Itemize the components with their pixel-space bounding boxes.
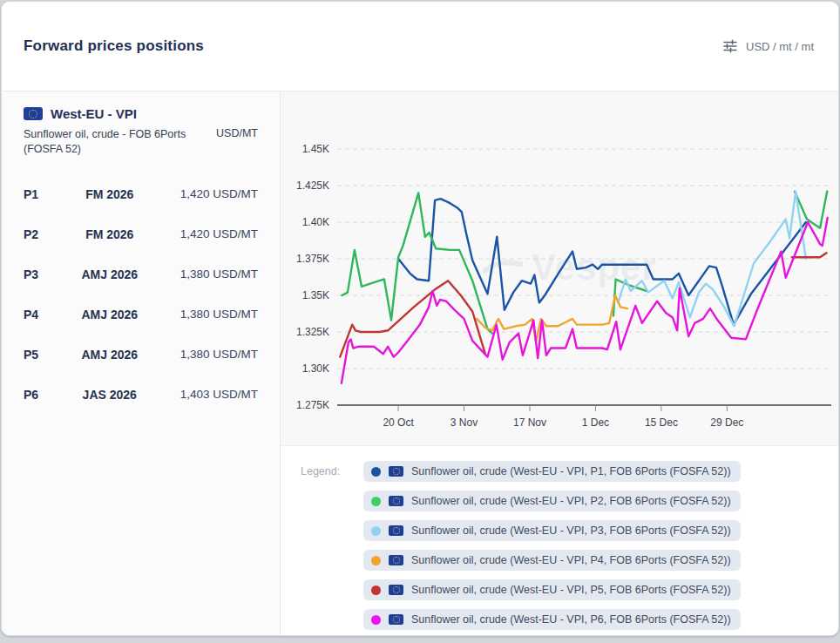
svg-text:1.40K: 1.40K	[302, 216, 329, 228]
svg-text:1.45K: 1.45K	[302, 143, 329, 155]
position-price: 1,420 USD/MT	[159, 227, 259, 240]
eu-flag-icon	[24, 107, 43, 120]
svg-text:1.35K: 1.35K	[302, 289, 329, 301]
series-color-dot	[371, 497, 381, 506]
position-period: AMJ 2026	[60, 348, 159, 362]
positions-sidebar: West-EU - VPI Sunflower oil, crude - FOB…	[2, 91, 281, 636]
price-line-chart: 1.45K1.425K1.40K1.375K1.35K1.325K1.30K1.…	[281, 91, 839, 446]
series-color-dot	[371, 615, 381, 625]
legend-area: Legend: Sunflower oil, crude (West-EU - …	[281, 446, 838, 636]
position-row-p4[interactable]: P4AMJ 20261,380 USD/MT	[2, 294, 280, 335]
legend-pill-p6[interactable]: Sunflower oil, crude (West-EU - VPI, P6,…	[363, 609, 741, 630]
legend-item-label: Sunflower oil, crude (West-EU - VPI, P4,…	[411, 554, 731, 566]
card-header: Forward prices positions USD / mt / mt	[2, 2, 838, 91]
eu-flag-icon	[389, 555, 403, 565]
unit-selector-label: USD / mt / mt	[746, 40, 814, 53]
legend-item-label: Sunflower oil, crude (West-EU - VPI, P3,…	[411, 525, 731, 537]
position-row-p2[interactable]: P2FM 20261,420 USD/MT	[2, 214, 280, 254]
series-line-p6	[342, 218, 828, 383]
position-period: JAS 2026	[60, 388, 159, 402]
series-line-p2	[613, 280, 647, 316]
legend-item-label: Sunflower oil, crude (West-EU - VPI, P2,…	[411, 495, 731, 507]
position-price: 1,380 USD/MT	[159, 308, 259, 321]
position-id: P6	[24, 388, 60, 402]
market-unit: USD/MT	[216, 127, 258, 139]
position-period: AMJ 2026	[60, 267, 159, 281]
market-description: Sunflower oil, crude - FOB 6Ports (FOSFA…	[24, 127, 209, 157]
position-period: FM 2026	[60, 227, 159, 241]
position-id: P1	[24, 187, 60, 201]
position-price: 1,380 USD/MT	[159, 348, 259, 361]
svg-text:1.425K: 1.425K	[296, 179, 329, 192]
legend-item-label: Sunflower oil, crude (West-EU - VPI, P6,…	[411, 613, 731, 626]
card-body: West-EU - VPI Sunflower oil, crude - FOB…	[2, 91, 838, 636]
svg-text:1 Dec: 1 Dec	[582, 416, 609, 429]
legend-pill-p5[interactable]: Sunflower oil, crude (West-EU - VPI, P5,…	[363, 579, 741, 600]
legend-pill-p1[interactable]: Sunflower oil, crude (West-EU - VPI, P1,…	[363, 461, 741, 482]
position-row-p3[interactable]: P3AMJ 20261,380 USD/MT	[2, 254, 280, 294]
chart-area: Vesper 1.45K1.425K1.40K1.375K1.35K1.325K…	[281, 91, 838, 446]
series-color-dot	[371, 467, 381, 477]
eu-flag-icon	[389, 614, 403, 625]
eu-flag-icon	[389, 496, 403, 506]
chart-panel: Vesper 1.45K1.425K1.40K1.375K1.35K1.325K…	[281, 91, 838, 636]
unit-selector-button[interactable]: USD / mt / mt	[722, 39, 814, 53]
position-period: FM 2026	[60, 187, 159, 201]
legend-label: Legend:	[301, 461, 363, 636]
page-title: Forward prices positions	[24, 37, 204, 55]
legend-item-label: Sunflower oil, crude (West-EU - VPI, P5,…	[411, 584, 731, 596]
legend-pill-p2[interactable]: Sunflower oil, crude (West-EU - VPI, P2,…	[363, 491, 741, 511]
position-period: AMJ 2026	[60, 308, 159, 322]
svg-text:29 Dec: 29 Dec	[710, 416, 743, 429]
series-line-p5	[792, 253, 827, 257]
legend-pill-p4[interactable]: Sunflower oil, crude (West-EU - VPI, P4,…	[363, 550, 741, 571]
position-id: P2	[24, 227, 60, 241]
series-color-dot	[371, 585, 381, 595]
position-price: 1,403 USD/MT	[159, 388, 259, 401]
eu-flag-icon	[389, 466, 403, 477]
svg-text:20 Oct: 20 Oct	[383, 416, 414, 429]
market-header: West-EU - VPI Sunflower oil, crude - FOB…	[2, 91, 280, 166]
series-color-dot	[371, 556, 381, 565]
svg-text:1.325K: 1.325K	[296, 326, 329, 338]
svg-text:3 Nov: 3 Nov	[450, 416, 478, 429]
position-id: P3	[24, 267, 60, 281]
svg-text:15 Dec: 15 Dec	[645, 416, 678, 429]
svg-text:17 Nov: 17 Nov	[513, 416, 546, 429]
eu-flag-icon	[389, 585, 403, 595]
sliders-icon	[722, 39, 738, 53]
svg-text:1.275K: 1.275K	[296, 399, 329, 411]
legend-items: Sunflower oil, crude (West-EU - VPI, P1,…	[363, 461, 741, 636]
forward-prices-card: Forward prices positions USD / mt / mt W…	[1, 1, 839, 636]
svg-text:1.375K: 1.375K	[296, 253, 329, 265]
svg-text:1.30K: 1.30K	[302, 362, 329, 375]
series-line-p2	[342, 193, 492, 333]
position-row-p5[interactable]: P5AMJ 20261,380 USD/MT	[2, 335, 280, 375]
position-price: 1,380 USD/MT	[159, 267, 259, 281]
series-line-p4	[477, 295, 627, 342]
position-id: P4	[24, 308, 60, 322]
series-color-dot	[371, 526, 381, 536]
market-name: West-EU - VPI	[51, 106, 137, 121]
legend-pill-p3[interactable]: Sunflower oil, crude (West-EU - VPI, P3,…	[363, 520, 741, 541]
position-row-p1[interactable]: P1FM 20261,420 USD/MT	[2, 174, 280, 214]
eu-flag-icon	[389, 525, 403, 536]
series-line-p1	[398, 199, 806, 325]
position-id: P5	[24, 348, 60, 362]
position-price: 1,420 USD/MT	[159, 187, 259, 200]
legend-item-label: Sunflower oil, crude (West-EU - VPI, P1,…	[411, 465, 731, 477]
position-rows: P1FM 20261,420 USD/MTP2FM 20261,420 USD/…	[2, 174, 280, 415]
position-row-p6[interactable]: P6JAS 20261,403 USD/MT	[2, 375, 280, 415]
